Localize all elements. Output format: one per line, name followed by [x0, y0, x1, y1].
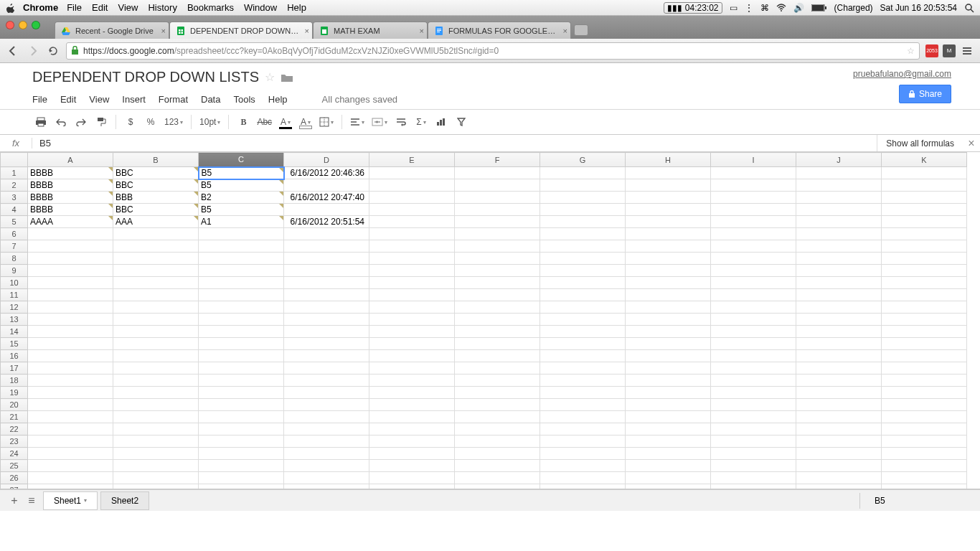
cell-C15[interactable]	[199, 338, 284, 350]
cell-K7[interactable]	[882, 240, 967, 253]
cell-I10[interactable]	[711, 277, 796, 289]
cell-A3[interactable]: BBBB	[28, 192, 113, 204]
cell-K8[interactable]	[882, 253, 967, 265]
cell-B7[interactable]	[113, 240, 199, 253]
row-header-27[interactable]: 27	[1, 484, 28, 490]
cell-J5[interactable]	[796, 216, 882, 228]
cell-I16[interactable]	[711, 350, 796, 362]
cell-C17[interactable]	[199, 362, 284, 375]
cell-D6[interactable]	[284, 228, 369, 240]
cell-I12[interactable]	[711, 301, 796, 314]
cell-D12[interactable]	[284, 301, 369, 314]
cell-K3[interactable]	[882, 192, 967, 204]
cell-H21[interactable]	[626, 411, 711, 423]
cell-B14[interactable]	[113, 326, 199, 338]
validation-icon[interactable]	[194, 192, 198, 196]
format-more-icon[interactable]: 123▾	[162, 113, 185, 131]
cell-K16[interactable]	[882, 350, 967, 362]
extension-m-icon[interactable]: M	[943, 44, 956, 57]
cell-I1[interactable]	[711, 167, 796, 179]
back-button[interactable]	[6, 44, 20, 58]
cell-A20[interactable]	[28, 399, 113, 411]
cell-J26[interactable]	[796, 472, 882, 484]
spreadsheet-grid[interactable]: ABCDEFGHIJK1BBBBBBCB56/16/2012 20:46:362…	[0, 152, 980, 489]
cell-K25[interactable]	[882, 460, 967, 472]
doc-folder-icon[interactable]	[281, 72, 293, 83]
cell-A24[interactable]	[28, 448, 113, 460]
sheet-tab-1[interactable]: Sheet1▾	[43, 491, 98, 510]
cell-F13[interactable]	[455, 314, 540, 326]
validation-icon[interactable]	[108, 216, 113, 220]
col-header-F[interactable]: F	[455, 153, 540, 167]
cell-D7[interactable]	[284, 240, 369, 253]
cell-F14[interactable]	[455, 326, 540, 338]
cell-F6[interactable]	[455, 228, 540, 240]
cell-A7[interactable]	[28, 240, 113, 253]
cell-G17[interactable]	[540, 362, 626, 375]
cell-B22[interactable]	[113, 423, 199, 435]
cell-D10[interactable]	[284, 277, 369, 289]
cell-H9[interactable]	[626, 265, 711, 277]
cell-D15[interactable]	[284, 338, 369, 350]
cell-J9[interactable]	[796, 265, 882, 277]
cell-C1[interactable]: B5	[199, 167, 284, 179]
cell-E13[interactable]	[369, 314, 455, 326]
cell-K10[interactable]	[882, 277, 967, 289]
tab-close-icon[interactable]: ×	[563, 27, 567, 35]
cell-G11[interactable]	[540, 289, 626, 301]
validation-icon[interactable]	[108, 179, 113, 184]
cell-A13[interactable]	[28, 314, 113, 326]
row-header-7[interactable]: 7	[1, 240, 28, 253]
row-header-23[interactable]: 23	[1, 435, 28, 448]
cell-B15[interactable]	[113, 338, 199, 350]
validation-icon[interactable]	[194, 216, 198, 220]
cell-I14[interactable]	[711, 326, 796, 338]
apple-icon[interactable]	[6, 3, 16, 13]
col-header-C[interactable]: C	[199, 153, 284, 167]
cell-I7[interactable]	[711, 240, 796, 253]
cell-F8[interactable]	[455, 253, 540, 265]
cell-F25[interactable]	[455, 460, 540, 472]
font-size-select[interactable]: 10pt▾	[197, 113, 222, 131]
cell-D11[interactable]	[284, 289, 369, 301]
cell-E26[interactable]	[369, 472, 455, 484]
cell-E5[interactable]	[369, 216, 455, 228]
cell-I4[interactable]	[711, 204, 796, 216]
row-header-13[interactable]: 13	[1, 314, 28, 326]
cell-K12[interactable]	[882, 301, 967, 314]
cell-B8[interactable]	[113, 253, 199, 265]
cell-K27[interactable]	[882, 484, 967, 490]
cell-D13[interactable]	[284, 314, 369, 326]
cell-E4[interactable]	[369, 204, 455, 216]
cell-D22[interactable]	[284, 423, 369, 435]
row-header-5[interactable]: 5	[1, 216, 28, 228]
cell-E16[interactable]	[369, 350, 455, 362]
cell-F17[interactable]	[455, 362, 540, 375]
cell-G7[interactable]	[540, 240, 626, 253]
cell-D1[interactable]: 6/16/2012 20:46:36	[284, 167, 369, 179]
cell-A22[interactable]	[28, 423, 113, 435]
window-minimize-icon[interactable]	[19, 21, 27, 29]
extension-calendar-icon[interactable]: 2053	[925, 44, 938, 57]
cell-J8[interactable]	[796, 253, 882, 265]
col-header-K[interactable]: K	[882, 153, 967, 167]
menu-tools[interactable]: Tools	[233, 94, 255, 105]
cell-C27[interactable]	[199, 484, 284, 490]
cell-D8[interactable]	[284, 253, 369, 265]
cell-E20[interactable]	[369, 399, 455, 411]
new-tab-button[interactable]	[574, 24, 588, 36]
cell-G15[interactable]	[540, 338, 626, 350]
cell-K11[interactable]	[882, 289, 967, 301]
cell-E10[interactable]	[369, 277, 455, 289]
cell-A19[interactable]	[28, 387, 113, 399]
align-icon[interactable]: ▾	[348, 113, 367, 131]
row-header-9[interactable]: 9	[1, 265, 28, 277]
spotlight-icon[interactable]	[964, 3, 974, 13]
cell-C18[interactable]	[199, 375, 284, 387]
cell-C26[interactable]	[199, 472, 284, 484]
cell-F21[interactable]	[455, 411, 540, 423]
cell-G20[interactable]	[540, 399, 626, 411]
row-header-17[interactable]: 17	[1, 362, 28, 375]
cell-J21[interactable]	[796, 411, 882, 423]
cell-I25[interactable]	[711, 460, 796, 472]
